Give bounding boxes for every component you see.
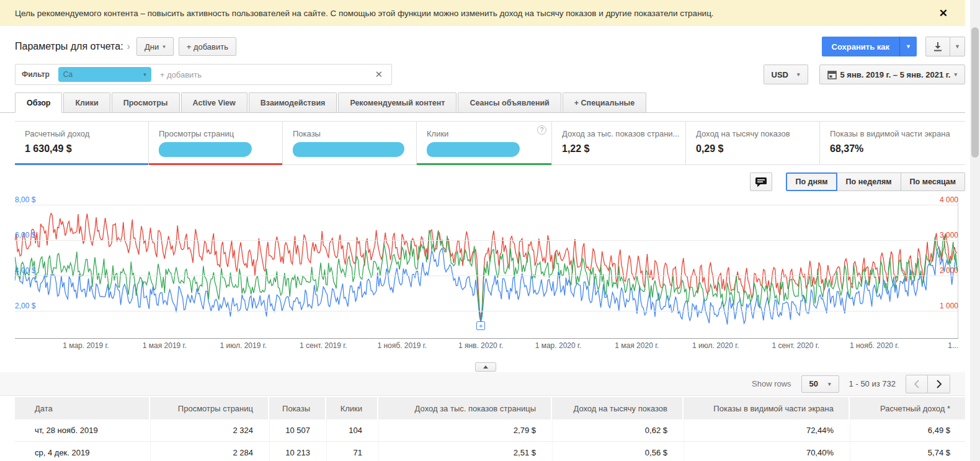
tab-4[interactable]: Взаимодействия	[249, 92, 337, 112]
metric-card-3[interactable]: Клики?	[417, 122, 552, 164]
download-dropdown-button[interactable]: ▼	[950, 37, 965, 56]
banner-text: Цель рекомендуемого контента – повысить …	[15, 9, 937, 18]
metric-selected-underline	[149, 163, 282, 165]
timeseries-chart: 8,00 $4 0006,00 $3 0004,00 $2 0002,00 $1…	[0, 197, 980, 352]
metric-card-label: Доход на тысячу показов	[696, 129, 819, 138]
chart-plot-area[interactable]	[15, 197, 958, 338]
redacted-value-blob	[427, 142, 520, 157]
x-tick-label: 1 нояб. 2020 г.	[834, 341, 915, 350]
table-header-cell-0[interactable]: Дата	[15, 397, 149, 419]
pager-next-button[interactable]	[928, 375, 950, 393]
table-header-cell-1[interactable]: Просмотры страниц	[150, 397, 268, 419]
metric-card-1[interactable]: Просмотры страниц	[149, 122, 283, 164]
x-tick-label: 1 июл. 2020 г.	[675, 341, 756, 350]
table-header-cell-3[interactable]: Клики	[326, 397, 377, 419]
metric-card-4[interactable]: Доход за тыс. показов страни...1,22 $	[552, 122, 686, 164]
chart-x-axis-line	[15, 338, 958, 339]
chevron-left-icon	[914, 380, 920, 388]
comment-icon	[755, 177, 767, 187]
metric-card-0[interactable]: Расчетный доход1 630,49 $	[15, 122, 149, 164]
filter-chip-redacted[interactable]: Са ▾	[58, 67, 151, 82]
table-header-cell-5[interactable]: Доход на тысячу показов	[552, 397, 682, 419]
help-icon[interactable]: ?	[537, 125, 546, 135]
table-cell: чт, 28 нояб. 2019	[15, 419, 149, 441]
table-body: чт, 28 нояб. 20192 32410 5071042,79 $0,6…	[15, 419, 965, 461]
metric-card-6[interactable]: Показы в видимой части экрана68,37%	[820, 122, 965, 164]
table-cell: 71	[326, 442, 377, 461]
table-cell: 2,79 $	[378, 419, 551, 441]
filter-label: Фильтр	[22, 70, 50, 79]
save-as-dropdown-button[interactable]: ▼	[899, 37, 917, 56]
add-dimension-button[interactable]: + добавить	[179, 37, 236, 56]
download-button[interactable]	[925, 37, 950, 56]
table-row: ср, 4 дек. 20192 28410 213712,51 $0,56 $…	[15, 442, 965, 461]
y-left-tick-label: 4,00 $	[15, 266, 35, 275]
series-line-pv	[15, 213, 957, 320]
table-header: ДатаПросмотры страницПоказыКликиДоход за…	[15, 397, 965, 419]
scrollbar-thumb[interactable]	[971, 27, 979, 158]
tab-2[interactable]: Просмотры	[112, 92, 180, 112]
granularity-button-1[interactable]: По неделям	[837, 172, 901, 191]
table-header-cell-4[interactable]: Доход за тыс. показов страницы	[378, 397, 551, 419]
y-right-tick-label: 3 000	[940, 231, 958, 239]
redacted-value-blob	[293, 142, 404, 157]
metric-card-label: Клики	[427, 129, 551, 138]
chevron-down-icon: ▾	[143, 71, 146, 78]
tab-3[interactable]: Active View	[181, 92, 247, 112]
metric-selected-underline	[417, 163, 551, 165]
tab-overview[interactable]: Обзор	[15, 92, 62, 113]
save-as-button[interactable]: Сохранить как	[822, 37, 899, 56]
metric-card-label: Показы	[293, 129, 416, 138]
granularity-button-2[interactable]: По месяцам	[901, 172, 965, 191]
filter-row: Фильтр Са ▾ + добавить ✕ USD ▾ 5 янв. 20…	[15, 64, 965, 85]
filter-clear-icon[interactable]: ✕	[372, 69, 385, 80]
data-table: ДатаПросмотры страницПоказыКликиДоход за…	[15, 397, 965, 461]
table-cell: 72,44%	[684, 419, 849, 441]
collapse-table-button[interactable]	[475, 362, 496, 372]
pager-prev-button[interactable]	[906, 375, 928, 393]
y-right-tick-label: 1 000	[940, 302, 958, 310]
annotation-marker[interactable]: +	[476, 321, 485, 330]
vertical-scrollbar[interactable]	[970, 0, 980, 461]
tab-6[interactable]: Сеансы объявлений	[458, 92, 561, 112]
table-cell: 0,56 $	[552, 442, 682, 461]
annotations-button[interactable]	[750, 172, 772, 191]
report-toolbar: Параметры для отчета: › Дни ▾ + добавить…	[15, 34, 965, 59]
x-tick-label: 1 нояб. 2019 г.	[362, 341, 442, 350]
metric-cards: Расчетный доход1 630,49 $Просмотры стран…	[15, 121, 965, 165]
metric-card-2[interactable]: Показы	[283, 122, 417, 164]
metric-card-5[interactable]: Доход на тысячу показов0,29 $	[686, 122, 820, 164]
chevron-down-icon: ▾	[797, 71, 800, 78]
x-tick-label: 1 июл. 2019 г.	[203, 341, 283, 350]
metric-card-value: 1 630,49 $	[25, 143, 148, 154]
download-split-button: ▼	[925, 37, 965, 56]
tab-1[interactable]: Клики	[63, 92, 110, 112]
tab-5[interactable]: Рекомендуемый контент	[338, 92, 457, 112]
y-left-tick-label: 6,00 $	[15, 231, 35, 239]
chevron-down-icon: ▾	[828, 381, 831, 387]
table-header-cell-6[interactable]: Показы в видимой части экрана	[684, 397, 849, 419]
table-cell: 2 284	[150, 442, 268, 461]
table-row: чт, 28 нояб. 20192 32410 5071042,79 $0,6…	[15, 419, 965, 442]
table-pager: Show rows 50 ▾ 1 - 50 из 732	[0, 372, 965, 396]
date-range-button[interactable]: 5 янв. 2019 г. – 5 янв. 2021 г. ▾	[819, 65, 966, 84]
rows-per-page-select[interactable]: 50 ▾	[801, 375, 839, 393]
tab-7[interactable]: + Специальные	[563, 92, 646, 112]
banner-close-icon[interactable]: ✕	[937, 7, 950, 20]
table-header-cell-7[interactable]: Расчетный доход *	[850, 397, 965, 419]
dimension-days-label: Дни	[145, 42, 159, 51]
table-cell: 2,51 $	[378, 442, 551, 461]
date-range-value: 5 янв. 2019 г. – 5 янв. 2021 г.	[840, 70, 951, 79]
dimension-days-button[interactable]: Дни ▾	[136, 37, 174, 56]
table-header-cell-2[interactable]: Показы	[269, 397, 325, 419]
y-left-tick-label: 2,00 $	[15, 302, 35, 310]
annotation-marker-line	[481, 313, 481, 321]
x-tick-label: 1 мая 2020 г.	[597, 341, 677, 350]
chevron-right-icon	[936, 380, 942, 388]
filter-input[interactable]: Фильтр Са ▾ + добавить ✕	[15, 64, 392, 85]
currency-select[interactable]: USD ▾	[764, 65, 808, 84]
granularity-button-0[interactable]: По дням	[786, 172, 837, 191]
table-cell: 2 324	[150, 419, 268, 441]
x-tick-label: 1 мар. 2020 г.	[518, 341, 599, 350]
metric-card-label: Доход за тыс. показов страни...	[562, 129, 685, 138]
